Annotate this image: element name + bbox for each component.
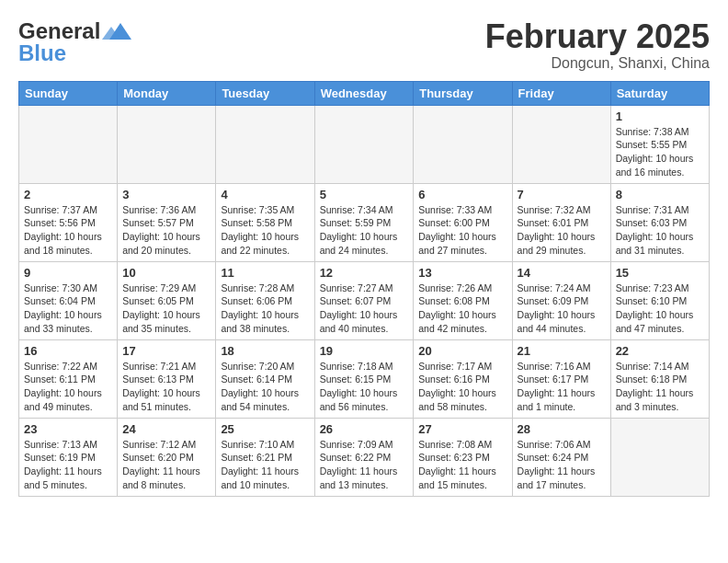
calendar-cell [19, 105, 118, 183]
calendar-day-header: Thursday [414, 81, 512, 105]
calendar-cell [414, 105, 512, 183]
calendar-cell: 3Sunrise: 7:36 AMSunset: 5:57 PMDaylight… [118, 183, 216, 261]
calendar-day-header: Saturday [610, 81, 709, 105]
day-number: 9 [24, 266, 112, 280]
logo: General Blue [18, 18, 133, 66]
day-number: 23 [24, 422, 112, 436]
calendar-header-row: SundayMondayTuesdayWednesdayThursdayFrid… [19, 81, 710, 105]
calendar-cell: 16Sunrise: 7:22 AMSunset: 6:11 PMDayligh… [19, 339, 118, 418]
calendar-week-row: 1Sunrise: 7:38 AMSunset: 5:55 PMDaylight… [19, 105, 710, 183]
day-number: 21 [518, 344, 606, 358]
calendar-cell: 13Sunrise: 7:26 AMSunset: 6:08 PMDayligh… [414, 261, 512, 339]
day-number: 26 [320, 422, 409, 436]
calendar-cell: 27Sunrise: 7:08 AMSunset: 6:23 PMDayligh… [414, 418, 512, 496]
calendar-day-header: Friday [512, 81, 610, 105]
day-number: 6 [418, 188, 506, 201]
day-info: Sunrise: 7:34 AMSunset: 5:59 PMDaylight:… [320, 203, 409, 258]
calendar-cell: 18Sunrise: 7:20 AMSunset: 6:14 PMDayligh… [216, 339, 314, 418]
calendar-day-header: Monday [118, 81, 216, 105]
day-number: 16 [24, 344, 112, 358]
day-info: Sunrise: 7:29 AMSunset: 6:05 PMDaylight:… [122, 282, 210, 336]
logo-blue: Blue [18, 40, 66, 66]
day-number: 27 [418, 422, 506, 436]
day-number: 3 [122, 188, 210, 201]
day-info: Sunrise: 7:30 AMSunset: 6:04 PMDaylight:… [24, 282, 112, 336]
day-info: Sunrise: 7:12 AMSunset: 6:20 PMDaylight:… [122, 438, 210, 492]
day-number: 20 [418, 344, 506, 358]
calendar-cell: 20Sunrise: 7:17 AMSunset: 6:16 PMDayligh… [414, 339, 512, 418]
day-info: Sunrise: 7:14 AMSunset: 6:18 PMDaylight:… [616, 360, 704, 414]
month-title: February 2025 [485, 18, 710, 55]
calendar-day-header: Sunday [19, 81, 118, 105]
day-info: Sunrise: 7:22 AMSunset: 6:11 PMDaylight:… [24, 360, 112, 414]
day-number: 7 [518, 188, 606, 201]
calendar-cell [610, 418, 709, 496]
day-info: Sunrise: 7:36 AMSunset: 5:57 PMDaylight:… [122, 203, 210, 258]
calendar-week-row: 23Sunrise: 7:13 AMSunset: 6:19 PMDayligh… [19, 418, 710, 496]
day-number: 1 [616, 109, 704, 123]
day-info: Sunrise: 7:28 AMSunset: 6:06 PMDaylight:… [221, 282, 309, 336]
day-number: 18 [221, 344, 309, 358]
calendar-cell [512, 105, 610, 183]
day-info: Sunrise: 7:09 AMSunset: 6:22 PMDaylight:… [320, 438, 409, 492]
calendar-day-header: Tuesday [216, 81, 314, 105]
calendar-cell: 23Sunrise: 7:13 AMSunset: 6:19 PMDayligh… [19, 418, 118, 496]
day-info: Sunrise: 7:38 AMSunset: 5:55 PMDaylight:… [616, 125, 704, 179]
day-info: Sunrise: 7:21 AMSunset: 6:13 PMDaylight:… [122, 360, 210, 414]
day-number: 5 [320, 188, 409, 201]
page-header: General Blue February 2025 Dongcun, Shan… [18, 18, 710, 72]
calendar-week-row: 16Sunrise: 7:22 AMSunset: 6:11 PMDayligh… [19, 339, 710, 418]
day-info: Sunrise: 7:33 AMSunset: 6:00 PMDaylight:… [418, 203, 506, 258]
day-number: 4 [221, 188, 309, 201]
calendar-day-header: Wednesday [314, 81, 414, 105]
calendar-cell [314, 105, 414, 183]
calendar-cell: 22Sunrise: 7:14 AMSunset: 6:18 PMDayligh… [610, 339, 709, 418]
calendar-cell: 10Sunrise: 7:29 AMSunset: 6:05 PMDayligh… [118, 261, 216, 339]
calendar-cell: 28Sunrise: 7:06 AMSunset: 6:24 PMDayligh… [512, 418, 610, 496]
calendar-cell: 17Sunrise: 7:21 AMSunset: 6:13 PMDayligh… [118, 339, 216, 418]
title-section: February 2025 Dongcun, Shanxi, China [485, 18, 710, 72]
calendar-cell: 19Sunrise: 7:18 AMSunset: 6:15 PMDayligh… [314, 339, 414, 418]
calendar-table: SundayMondayTuesdayWednesdayThursdayFrid… [18, 81, 710, 497]
day-info: Sunrise: 7:17 AMSunset: 6:16 PMDaylight:… [418, 360, 506, 414]
day-number: 13 [418, 266, 506, 280]
calendar-cell: 6Sunrise: 7:33 AMSunset: 6:00 PMDaylight… [414, 183, 512, 261]
day-info: Sunrise: 7:26 AMSunset: 6:08 PMDaylight:… [418, 282, 506, 336]
day-info: Sunrise: 7:24 AMSunset: 6:09 PMDaylight:… [518, 282, 606, 336]
day-info: Sunrise: 7:10 AMSunset: 6:21 PMDaylight:… [221, 438, 309, 492]
day-number: 2 [24, 188, 112, 201]
day-number: 14 [518, 266, 606, 280]
calendar-cell [118, 105, 216, 183]
calendar-cell: 25Sunrise: 7:10 AMSunset: 6:21 PMDayligh… [216, 418, 314, 496]
day-info: Sunrise: 7:18 AMSunset: 6:15 PMDaylight:… [320, 360, 409, 414]
day-number: 17 [122, 344, 210, 358]
day-info: Sunrise: 7:23 AMSunset: 6:10 PMDaylight:… [616, 282, 704, 336]
calendar-week-row: 9Sunrise: 7:30 AMSunset: 6:04 PMDaylight… [19, 261, 710, 339]
day-number: 10 [122, 266, 210, 280]
calendar-cell: 15Sunrise: 7:23 AMSunset: 6:10 PMDayligh… [610, 261, 709, 339]
calendar-week-row: 2Sunrise: 7:37 AMSunset: 5:56 PMDaylight… [19, 183, 710, 261]
day-info: Sunrise: 7:13 AMSunset: 6:19 PMDaylight:… [24, 438, 112, 492]
calendar-cell: 14Sunrise: 7:24 AMSunset: 6:09 PMDayligh… [512, 261, 610, 339]
day-number: 12 [320, 266, 409, 280]
day-number: 19 [320, 344, 409, 358]
calendar-cell: 24Sunrise: 7:12 AMSunset: 6:20 PMDayligh… [118, 418, 216, 496]
calendar-cell: 7Sunrise: 7:32 AMSunset: 6:01 PMDaylight… [512, 183, 610, 261]
calendar-cell [216, 105, 314, 183]
day-info: Sunrise: 7:06 AMSunset: 6:24 PMDaylight:… [518, 438, 606, 492]
day-number: 11 [221, 266, 309, 280]
day-number: 8 [616, 188, 704, 201]
calendar-cell: 1Sunrise: 7:38 AMSunset: 5:55 PMDaylight… [610, 105, 709, 183]
logo-icon [102, 21, 131, 41]
day-number: 25 [221, 422, 309, 436]
day-info: Sunrise: 7:35 AMSunset: 5:58 PMDaylight:… [221, 203, 309, 258]
day-info: Sunrise: 7:37 AMSunset: 5:56 PMDaylight:… [24, 203, 112, 258]
day-info: Sunrise: 7:08 AMSunset: 6:23 PMDaylight:… [418, 438, 506, 492]
day-info: Sunrise: 7:16 AMSunset: 6:17 PMDaylight:… [518, 360, 606, 414]
day-info: Sunrise: 7:31 AMSunset: 6:03 PMDaylight:… [616, 203, 704, 258]
day-number: 24 [122, 422, 210, 436]
day-number: 28 [518, 422, 606, 436]
day-info: Sunrise: 7:20 AMSunset: 6:14 PMDaylight:… [221, 360, 309, 414]
calendar-cell: 2Sunrise: 7:37 AMSunset: 5:56 PMDaylight… [19, 183, 118, 261]
calendar-cell: 5Sunrise: 7:34 AMSunset: 5:59 PMDaylight… [314, 183, 414, 261]
